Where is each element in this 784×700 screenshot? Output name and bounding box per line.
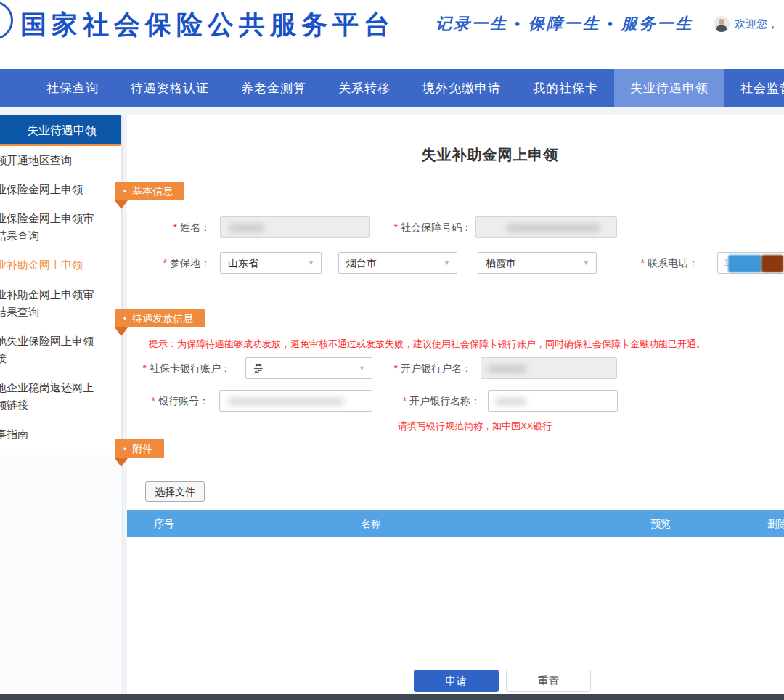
account-name-field[interactable]: [481, 357, 617, 379]
page: 国家社会保险公共服务平台 记录一生 • 保障一生 • 服务一生 欢迎您， 社保查…: [0, 0, 784, 700]
account-name-label: *开户银行户名：: [385, 357, 472, 379]
sidebar-item-insurance-apply[interactable]: 失业保险金网上申领: [0, 175, 121, 204]
province-value: 山东省: [228, 257, 258, 269]
section-basic-label: 基本信息: [132, 185, 173, 197]
nav-item-jingwai-mianjiao[interactable]: 境外免缴申请: [407, 69, 517, 107]
nav-item-yanglaojin-cesuan[interactable]: 养老金测算: [225, 69, 322, 107]
name-field[interactable]: [220, 216, 370, 238]
user-avatar-icon: [714, 16, 730, 32]
redaction-block-brown: [761, 255, 783, 272]
sidebar-title: 失业待遇申领: [0, 115, 121, 146]
column-header-delete: 删除: [767, 510, 784, 537]
chevron-down-icon: ▼: [583, 253, 589, 273]
page-title: 失业补助金网上申领: [127, 145, 784, 165]
section-payment-label: 待遇发放信息: [132, 312, 193, 324]
user-welcome: 欢迎您，: [714, 16, 778, 32]
city-value: 烟台市: [346, 257, 377, 269]
redaction-block-blue: [728, 255, 761, 272]
sidebar-item-local-insurance-links[interactable]: 各地失业保险网上申领链接: [0, 327, 121, 373]
redacted-ssn: [507, 224, 600, 232]
province-select[interactable]: 山东省▼: [220, 252, 322, 274]
nav-item-shiye-daiyu-shenling[interactable]: 失业待遇申领: [614, 69, 724, 107]
sidebar-item-opened-area-query[interactable]: 申领开通地区查询: [0, 146, 121, 175]
section-attachments: •附件: [115, 439, 164, 458]
bank-account-field[interactable]: [219, 390, 372, 412]
site-header: 国家社会保险公共服务平台 记录一生 • 保障一生 • 服务一生 欢迎您，: [0, 0, 784, 69]
name-label: *姓名：: [127, 216, 211, 238]
bank-account-label: *银行账号：: [127, 390, 209, 412]
sidebar: 失业待遇申领 申领开通地区查询 失业保险金网上申领 失业保险金网上申领审核结果查…: [0, 115, 122, 455]
redacted-account-name: [489, 365, 526, 373]
nav-item-guanxi-zhuanyi[interactable]: 关系转移: [322, 69, 407, 107]
section-basic-info: •基本信息: [115, 182, 184, 200]
redacted-bank-account: [229, 398, 343, 405]
main-panel: 失业补助金网上申领 •基本信息 *姓名： *社会保障号码： *参保地： 山东省▼…: [127, 115, 784, 694]
bank-name-label: *开户银行名称：: [385, 390, 481, 412]
payment-tip: 提示：为保障待遇能够成功发放，避免审核不通过或发放失败，建议使用社会保障卡银行账…: [149, 338, 706, 351]
redacted-name: [229, 224, 264, 232]
redacted-bank-name: [496, 398, 526, 405]
ssn-field[interactable]: [475, 216, 617, 238]
column-header-preview: 预览: [650, 510, 671, 537]
choose-file-button[interactable]: 选择文件: [145, 481, 205, 502]
sscard-select[interactable]: 是▼: [245, 357, 372, 379]
phone-field[interactable]: 15966: [717, 252, 784, 274]
area-label: *参保地：: [127, 252, 211, 274]
sscard-value: 是: [253, 362, 264, 374]
main-nav: 社保查询 待遇资格认证 养老金测算 关系转移 境外免缴申请 我的社保卡 失业待遇…: [0, 69, 784, 107]
site-slogan: 记录一生 • 保障一生 • 服务一生: [436, 13, 693, 35]
phone-label: *联系电话：: [606, 252, 698, 274]
city-select[interactable]: 烟台市▼: [338, 252, 457, 274]
chevron-down-icon: ▼: [444, 253, 450, 273]
bullet-icon: •: [123, 444, 126, 455]
district-select[interactable]: 栖霞市▼: [478, 252, 597, 274]
sidebar-item-insurance-apply-result[interactable]: 失业保险金网上申领审核结果查询: [0, 204, 121, 251]
bank-name-field[interactable]: [488, 390, 618, 412]
ssn-label: *社会保障号码：: [385, 216, 472, 238]
attachments-table-header: 序号 名称 预览 删除: [127, 510, 784, 537]
sidebar-item-subsidy-apply[interactable]: 失业补助金网上申领: [0, 251, 121, 280]
district-value: 栖霞市: [486, 257, 516, 269]
bullet-icon: •: [123, 187, 126, 197]
welcome-text[interactable]: 欢迎您，: [735, 17, 778, 31]
sidebar-item-subsidy-apply-result[interactable]: 失业补助金网上申领审核结果查询: [0, 280, 121, 327]
sidebar-item-guide[interactable]: 办事指南: [0, 420, 121, 449]
section-attachments-label: 附件: [132, 443, 152, 455]
section-payment-info: •待遇发放信息: [115, 309, 205, 327]
column-header-index: 序号: [154, 510, 174, 537]
sidebar-item-local-wengang-links[interactable]: 各地企业稳岗返还网上申领链接: [0, 373, 121, 420]
column-header-name: 名称: [361, 510, 381, 537]
reset-button[interactable]: 重置: [506, 670, 591, 692]
site-title: 国家社会保险公共服务平台: [20, 7, 395, 43]
bullet-icon: •: [123, 314, 126, 324]
apply-button[interactable]: 申请: [414, 670, 499, 692]
chevron-down-icon: ▼: [359, 358, 365, 378]
nav-item-daiyu-zige-renzheng[interactable]: 待遇资格认证: [115, 69, 225, 107]
bank-name-hint: 请填写银行规范简称，如中国XX银行: [398, 420, 552, 433]
form-actions: 申请 重置: [127, 670, 784, 692]
sscard-label: *社保卡银行账户：: [127, 357, 231, 379]
nav-item-wode-shebaoka[interactable]: 我的社保卡: [517, 69, 614, 107]
chevron-down-icon: ▼: [308, 253, 314, 273]
nav-item-shebao-chaxun[interactable]: 社保查询: [30, 69, 115, 107]
site-logo-icon: [0, 1, 13, 40]
nav-item-shehui-jiandu[interactable]: 社会监督: [724, 69, 784, 107]
footer-bar: [0, 694, 784, 700]
